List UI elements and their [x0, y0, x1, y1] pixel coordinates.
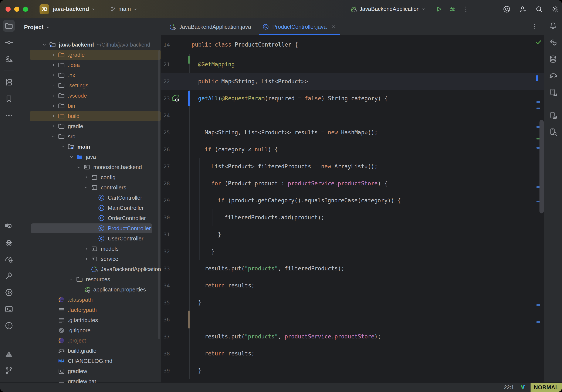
tree-item-maincontroller[interactable]: CMainController [18, 203, 161, 213]
sidebar-item-bookmarks[interactable] [3, 93, 15, 105]
tree-chevron[interactable] [82, 173, 90, 181]
code-line-34[interactable]: 34return results; [161, 277, 544, 294]
editor-scrollbar-thumb[interactable] [539, 120, 544, 214]
sidebar-item-commit[interactable] [3, 36, 15, 48]
code-line-25[interactable]: 25Map<String, List<Product>> results = n… [161, 124, 544, 141]
tree-chevron[interactable] [49, 51, 57, 59]
sidebar-item-build[interactable] [3, 270, 15, 282]
code-line-22[interactable]: 22public Map<String, List<Product>> [161, 73, 544, 90]
tree-item-factorypath[interactable]: .factorypath [18, 305, 161, 315]
tree-item-classpath[interactable]: .classpath [18, 295, 161, 305]
code-line-30[interactable]: 30filteredProducts.add(product); [161, 209, 544, 226]
tree-item-gradlew-bat[interactable]: gradlew.bat [18, 376, 161, 383]
code-line-32[interactable]: 32} [161, 243, 544, 260]
tree-item-models[interactable]: models [18, 244, 161, 254]
tree-chevron[interactable] [41, 41, 48, 48]
tree-item-javabackendapplication[interactable]: JavaBackendApplication [18, 264, 161, 274]
tree-item-src[interactable]: src [18, 131, 161, 142]
more-actions-icon[interactable] [462, 5, 470, 13]
tree-chevron[interactable] [82, 255, 90, 263]
tree-item-controllers[interactable]: controllers [18, 182, 161, 193]
search-everywhere-icon[interactable] [535, 5, 543, 13]
sidebar-item-project[interactable] [3, 20, 15, 32]
tree-item-bin[interactable]: bin [18, 101, 161, 111]
vim-mode-badge[interactable]: NORMAL [530, 383, 562, 392]
code-viewport[interactable]: 21@GetMapping22public Map<String, List<P… [161, 54, 544, 379]
tree-chevron[interactable] [82, 245, 90, 252]
code-line-23[interactable]: 23getAll(@RequestParam(required = false)… [161, 90, 544, 107]
sidebar-item-services[interactable] [3, 286, 15, 298]
close-tab-icon[interactable] [330, 24, 337, 30]
code-line-28[interactable]: 28for (Product product : productService.… [161, 175, 544, 192]
code-line-31[interactable]: 31} [161, 226, 544, 243]
code-line-27[interactable]: 27List<Product> filteredProducts = new A… [161, 158, 544, 175]
close-window-button[interactable] [6, 7, 11, 12]
code-line-14[interactable]: 14public class ProductController { [161, 36, 298, 53]
sidebar-item-notifications[interactable] [547, 20, 559, 32]
tree-item-monostore-backend[interactable]: monostore.backend [18, 162, 161, 172]
stripe-mark[interactable] [537, 101, 540, 103]
tree-chevron[interactable] [49, 102, 57, 110]
sidebar-item-database[interactable] [547, 53, 559, 65]
sidebar-item-version-control[interactable] [3, 365, 15, 377]
sidebar-item-coverage[interactable] [3, 253, 15, 265]
request-mapping-gutter-icon[interactable] [170, 93, 181, 104]
tab-options-icon[interactable] [531, 23, 539, 31]
project-tree-scrollbar[interactable] [158, 50, 160, 339]
debug-button[interactable] [448, 5, 456, 13]
inspections-ok-icon[interactable] [535, 38, 542, 46]
code-line-24[interactable]: 24 [161, 107, 544, 124]
tree-chevron[interactable] [59, 143, 67, 151]
chevron-down-icon[interactable] [91, 7, 96, 12]
code-line-29[interactable]: 29if (product.getCategory().equalsIgnore… [161, 192, 544, 209]
code-line-36[interactable]: 36 [161, 311, 544, 328]
tree-chevron[interactable] [49, 133, 57, 140]
maximize-window-button[interactable] [23, 7, 28, 12]
sidebar-item-profiler[interactable] [3, 237, 15, 249]
code-line-39[interactable]: 39} [161, 362, 544, 379]
error-stripe[interactable] [536, 36, 544, 383]
tree-item-settings[interactable]: .settings [18, 80, 161, 91]
tree-item-java[interactable]: java [18, 152, 161, 162]
ideavim-icon[interactable] [519, 384, 526, 391]
project-name-selector[interactable]: java-backend [53, 6, 89, 12]
tree-item-ordercontroller[interactable]: COrderController [18, 213, 161, 223]
caret-position-widget[interactable]: 22:1 [504, 384, 514, 390]
stripe-mark[interactable] [537, 304, 540, 306]
tree-item-nx[interactable]: .nx [18, 70, 161, 80]
code-line-21[interactable]: 21@GetMapping [161, 56, 544, 73]
tree-chevron[interactable] [68, 275, 75, 283]
sidebar-item-structure[interactable] [3, 53, 15, 65]
branch-selector[interactable]: main [110, 6, 138, 12]
tree-item-vscode[interactable]: .vscode [18, 91, 161, 101]
code-line-35[interactable]: 35} [161, 294, 544, 311]
tree-item-gitignore[interactable]: .gitignore [18, 325, 161, 335]
tree-chevron[interactable] [49, 61, 57, 69]
tree-chevron[interactable] [49, 92, 57, 99]
code-line-26[interactable]: 26if (category ≠ null) { [161, 141, 544, 158]
sidebar-item-problems[interactable] [3, 320, 15, 332]
sidebar-item-app-inspection[interactable] [547, 126, 559, 138]
tree-item-resources[interactable]: resources [18, 274, 161, 285]
stripe-mark[interactable] [537, 107, 540, 109]
code-line-37[interactable]: 37results.put("products", productService… [161, 328, 544, 345]
settings-gear-icon[interactable] [551, 5, 560, 13]
run-button[interactable] [435, 5, 443, 13]
tree-chevron[interactable] [82, 184, 90, 191]
tree-item-gitattributes[interactable]: .gitattributes [18, 315, 161, 325]
tab-productcontroller-java[interactable]: CProductController.java [257, 18, 342, 35]
tree-item-cartcontroller[interactable]: CCartController [18, 193, 161, 203]
sidebar-item-warnings[interactable] [3, 348, 15, 360]
sidebar-item-ai-assistant[interactable] [547, 36, 559, 48]
sidebar-item-more-tool-windows[interactable] [3, 109, 15, 121]
tree-item-build-gradle[interactable]: build.gradle [18, 346, 161, 356]
tree-item-build[interactable]: build [18, 111, 161, 121]
tree-chevron[interactable] [49, 112, 57, 120]
tree-item-usercontroller[interactable]: CUserController [18, 233, 161, 244]
tree-item-productcontroller[interactable]: CProductController [18, 223, 161, 233]
tree-item-gradlew[interactable]: gradlew [18, 366, 161, 376]
sidebar-item-device-manager[interactable] [547, 86, 559, 98]
tree-item-service[interactable]: service [18, 254, 161, 264]
minimize-window-button[interactable] [14, 7, 19, 12]
sidebar-item-terminal[interactable] [3, 303, 15, 315]
